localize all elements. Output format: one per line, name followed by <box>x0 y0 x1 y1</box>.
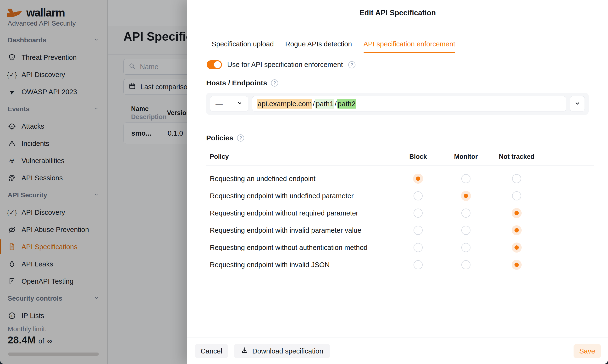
radio-monitor[interactable] <box>457 239 475 256</box>
host-segment: path2 <box>337 99 356 109</box>
download-specification-button[interactable]: Download specification <box>234 344 330 358</box>
radio-block[interactable] <box>410 170 427 187</box>
monitor-column-header: Monitor <box>454 153 478 160</box>
host-endpoint-input[interactable]: api.example.com/path1/path2 <box>252 96 566 111</box>
radio-monitor[interactable] <box>457 222 475 239</box>
section-divider <box>206 124 594 124</box>
radio-block[interactable] <box>410 239 427 256</box>
radio-monitor[interactable] <box>457 187 475 205</box>
host-input-value: api.example.com/path1/path2 <box>257 100 356 108</box>
radio-not-tracked[interactable] <box>508 170 525 187</box>
modal-title: Edit API Specification <box>187 9 608 17</box>
help-icon[interactable]: ? <box>271 79 278 87</box>
save-button[interactable]: Save <box>574 344 601 358</box>
help-icon[interactable]: ? <box>237 134 244 142</box>
enforcement-toggle-label: Use for API specification enforcement <box>227 61 343 69</box>
policy-row: Requesting endpoint without authenticati… <box>206 239 594 256</box>
table-header-divider <box>206 166 594 166</box>
radio-not-tracked[interactable] <box>508 256 525 273</box>
app-window: wallarm Advanced API Security Dashboards… <box>0 0 608 364</box>
modal-footer: Cancel Download specification Save <box>187 337 608 364</box>
expand-endpoint-button[interactable] <box>570 96 585 111</box>
radio-block[interactable] <box>410 205 427 222</box>
host-segment: api.example.com <box>257 99 312 109</box>
host-endpoint-row: — api.example.com/path1/path2 <box>206 93 589 115</box>
radio-block[interactable] <box>410 256 427 273</box>
radio-monitor[interactable] <box>457 205 475 222</box>
policy-row: Requesting endpoint without required par… <box>206 205 594 222</box>
tab-rogue-apis-detection[interactable]: Rogue APIs detection <box>285 39 352 52</box>
hosts-endpoints-heading: Hosts / Endpoints ? <box>206 79 278 87</box>
help-icon[interactable]: ? <box>348 61 355 68</box>
policy-column-header: Policy <box>210 153 229 160</box>
host-segment: / <box>334 99 337 109</box>
chevron-down-icon <box>236 100 243 108</box>
modal-tabs: Specification upload Rogue APIs detectio… <box>206 39 594 52</box>
radio-not-tracked[interactable] <box>508 205 525 222</box>
policy-row: Requesting endpoint with invalid JSON <box>206 256 594 273</box>
host-segment: / <box>312 99 315 109</box>
not-tracked-column-header: Not tracked <box>499 153 535 160</box>
block-column-header: Block <box>409 153 427 160</box>
policy-row: Requesting endpoint with undefined param… <box>206 187 594 205</box>
radio-block[interactable] <box>410 187 427 205</box>
download-icon <box>241 347 248 356</box>
method-select[interactable]: — <box>210 96 248 111</box>
radio-not-tracked[interactable] <box>508 222 525 239</box>
edit-api-specification-modal: Edit API Specification Specification upl… <box>187 0 608 364</box>
policy-row: Requesting endpoint with invalid paramet… <box>206 222 594 239</box>
tab-api-specification-enforcement[interactable]: API specification enforcement <box>363 39 455 52</box>
policies-heading: Policies ? <box>206 134 244 142</box>
tab-specification-upload[interactable]: Specification upload <box>212 39 274 52</box>
radio-not-tracked[interactable] <box>508 239 525 256</box>
cancel-button[interactable]: Cancel <box>195 344 228 358</box>
radio-monitor[interactable] <box>457 170 475 187</box>
enforcement-toggle[interactable] <box>207 60 222 69</box>
radio-not-tracked[interactable] <box>508 187 525 205</box>
enforcement-toggle-row: Use for API specification enforcement ? <box>207 60 355 69</box>
policy-row: Requesting an undefined endpoint <box>206 170 594 187</box>
radio-block[interactable] <box>410 222 427 239</box>
radio-monitor[interactable] <box>457 256 475 273</box>
modal-backdrop[interactable] <box>0 0 187 364</box>
chevron-down-icon <box>574 100 581 108</box>
host-segment: path1 <box>315 99 334 109</box>
